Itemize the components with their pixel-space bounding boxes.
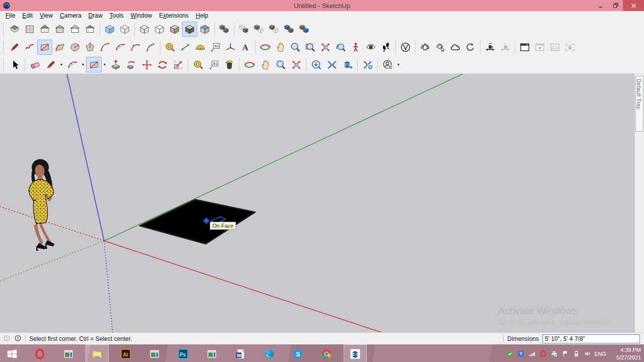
trimble-cloud-button[interactable] <box>448 40 463 55</box>
tape-measure-tool[interactable] <box>190 57 206 72</box>
rectangle-tool[interactable] <box>37 40 52 55</box>
outer-shell-button[interactable] <box>217 22 232 37</box>
menu-edit[interactable]: Edit <box>19 12 36 20</box>
close-button[interactable] <box>623 0 644 11</box>
eraser-tool[interactable] <box>27 57 43 72</box>
cloud-window-button[interactable] <box>547 40 562 55</box>
orbit-tool[interactable] <box>258 40 273 55</box>
sync-model-button[interactable] <box>463 40 478 55</box>
solid-trim-button[interactable] <box>282 22 297 37</box>
left-view-button[interactable] <box>83 22 98 37</box>
ime-icon[interactable] <box>517 350 525 357</box>
account-button-dropdown[interactable]: ▼ <box>395 57 401 72</box>
line-tool[interactable] <box>43 57 58 72</box>
default-tray-tab[interactable]: Default Tray <box>635 76 643 132</box>
walk-tool[interactable] <box>378 40 393 55</box>
back-view-button[interactable] <box>67 22 83 37</box>
polygon-tool[interactable] <box>83 40 98 55</box>
zoom-extents-tool[interactable] <box>288 57 304 72</box>
extension-layers-button[interactable] <box>340 57 355 72</box>
status-help-icon[interactable] <box>3 334 11 343</box>
rotate-tool[interactable] <box>154 57 170 72</box>
freehand-tool[interactable] <box>22 40 37 55</box>
shaded-style-button[interactable] <box>167 22 182 37</box>
illustrator-taskbar-item[interactable]: Ai <box>114 344 137 362</box>
scale-figure[interactable] <box>29 159 54 251</box>
wireframe-style-button[interactable] <box>137 22 152 37</box>
arc-tool-dropdown[interactable]: ▼ <box>80 57 86 72</box>
back-edges-style-button[interactable] <box>117 22 132 37</box>
app-window-taskbar-item-3[interactable] <box>200 344 223 362</box>
scale-tool[interactable] <box>170 57 186 72</box>
solid-intersect-button[interactable] <box>236 22 252 37</box>
zoom-tool[interactable] <box>288 40 303 55</box>
hidden-line-style-button[interactable] <box>152 22 167 37</box>
status-info-icon[interactable] <box>14 334 22 343</box>
battery-icon[interactable] <box>573 350 580 357</box>
skype-taskbar-item[interactable]: S <box>286 344 309 362</box>
zoom-extents-tool[interactable] <box>318 40 333 55</box>
start-button[interactable] <box>0 344 24 362</box>
circle-tool[interactable] <box>67 40 83 55</box>
rectangle-tool[interactable] <box>86 57 102 72</box>
solid-split-button[interactable] <box>297 22 312 37</box>
extension-warehouse-button[interactable] <box>482 40 498 55</box>
warehouse-window-button[interactable] <box>532 40 547 55</box>
front-view-button[interactable] <box>37 22 52 37</box>
shaded-textures-style-button[interactable] <box>182 22 197 37</box>
right-view-button[interactable] <box>52 22 67 37</box>
xray-style-button[interactable] <box>102 22 117 37</box>
account-button[interactable] <box>380 57 395 72</box>
app-window-taskbar-item-1[interactable] <box>57 344 80 362</box>
solid-subtract-button[interactable] <box>267 22 282 37</box>
rotated-rectangle-tool[interactable] <box>52 40 67 55</box>
dimension-tool[interactable] <box>178 40 193 55</box>
menu-tools[interactable]: Tools <box>106 12 127 20</box>
menu-extensions[interactable]: Extensions <box>155 12 192 20</box>
rectangle-tool-dropdown[interactable]: ▼ <box>102 57 108 72</box>
solid-union-button[interactable] <box>252 22 267 37</box>
previous-view-tool[interactable] <box>333 40 348 55</box>
zoom-window-tool[interactable] <box>303 40 318 55</box>
volume-icon[interactable] <box>584 350 591 357</box>
menu-help[interactable]: Help <box>192 12 212 20</box>
security-status-icon[interactable] <box>506 350 514 357</box>
lock-window-button[interactable] <box>562 40 578 55</box>
menu-window[interactable]: Window <box>127 12 156 20</box>
language-indicator[interactable]: ENG <box>594 351 606 357</box>
pan-tool[interactable] <box>257 57 273 72</box>
axes-tool[interactable] <box>223 40 238 55</box>
two-point-arc-tool[interactable] <box>113 40 128 55</box>
look-around-tool[interactable] <box>363 40 378 55</box>
iso-view-button[interactable] <box>7 22 22 37</box>
3d-text-tool[interactable]: A <box>238 40 253 55</box>
backup-status-icon[interactable] <box>550 350 558 357</box>
file-explorer-taskbar-item[interactable] <box>86 344 109 362</box>
share-component-button[interactable] <box>433 40 448 55</box>
move-tool[interactable] <box>139 57 154 72</box>
extension-download-button[interactable] <box>308 57 324 72</box>
three-point-arc-tool[interactable] <box>128 40 143 55</box>
network-signal-icon[interactable] <box>528 350 536 357</box>
restore-button[interactable] <box>608 0 623 11</box>
edge-taskbar-item[interactable] <box>258 344 281 362</box>
follow-me-tool[interactable] <box>123 57 139 72</box>
text-tool[interactable]: A1 <box>208 40 223 55</box>
line-tool-dropdown[interactable]: ▼ <box>58 57 64 72</box>
clock[interactable]: 4:39 PM 5/27/2021 <box>611 346 641 361</box>
opera-taskbar-item[interactable] <box>28 344 51 362</box>
trimble-connect-button[interactable] <box>398 40 413 55</box>
zoom-tool[interactable] <box>273 57 288 72</box>
preferences-window-button[interactable] <box>517 40 532 55</box>
push-pull-tool[interactable] <box>108 57 123 72</box>
protractor-tool[interactable] <box>193 40 208 55</box>
menu-draw[interactable]: Draw <box>85 12 106 20</box>
monochrome-style-button[interactable] <box>197 22 212 37</box>
arc-tool[interactable] <box>64 57 80 72</box>
orbit-tool[interactable] <box>242 57 257 72</box>
menu-view[interactable]: View <box>36 12 56 20</box>
extension-manager-button[interactable] <box>498 40 513 55</box>
photoshop-taskbar-item[interactable]: Ps <box>172 344 195 362</box>
rectangle-face[interactable] <box>140 200 255 244</box>
select-tool[interactable] <box>7 57 23 72</box>
